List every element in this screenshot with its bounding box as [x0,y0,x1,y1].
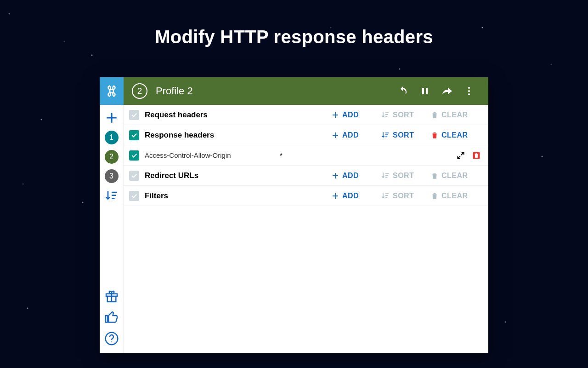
more-button[interactable] [458,80,480,102]
section-title: Filters [145,191,326,201]
filters-add-button[interactable]: ADD [331,192,375,200]
response-headers-toggle[interactable] [129,130,139,140]
header-item-toggle[interactable] [129,150,139,161]
filters-sort-button[interactable]: SORT [381,191,425,201]
section-redirect-urls: Redirect URLs ADD SORT CLEAR [124,166,488,186]
svg-point-2 [468,90,470,92]
response-add-button[interactable]: ADD [331,131,375,139]
redirect-clear-button[interactable]: CLEAR [430,171,481,180]
request-sort-button[interactable]: SORT [381,110,425,120]
add-profile-button[interactable] [104,110,119,125]
undo-button[interactable] [392,80,414,102]
section-title: Redirect URLs [145,171,326,180]
help-button[interactable] [104,331,119,346]
svg-point-1 [468,87,470,89]
sidebar-profile-2[interactable]: 2 [105,150,119,164]
sort-profiles-button[interactable] [104,189,119,203]
hero-title: Modify HTTP response headers [0,27,588,47]
section-title: Request headers [145,110,326,120]
section-filters: Filters ADD SORT CLEAR [124,186,488,206]
header-name-input[interactable]: Access-Control-Allow-Origin [145,151,273,159]
profile-title[interactable]: Profile 2 [156,85,193,97]
toolbar: 2 Profile 2 [100,77,488,105]
delete-item-button[interactable] [472,151,481,160]
content: Request headers ADD SORT CLEAR [124,105,488,353]
section-request-headers: Request headers ADD SORT CLEAR [124,105,488,125]
redirect-sort-button[interactable]: SORT [381,171,425,180]
redirect-add-button[interactable]: ADD [331,172,375,180]
response-header-item: Access-Control-Allow-Origin [124,145,488,166]
sidebar-profile-3[interactable]: 3 [105,169,119,183]
response-sort-button[interactable]: SORT [381,131,425,140]
section-response-headers: Response headers ADD SORT CLEAR [124,125,488,145]
filters-clear-button[interactable]: CLEAR [430,191,481,201]
sidebar: 1 2 3 [100,105,124,353]
request-headers-toggle[interactable] [129,110,139,120]
svg-point-3 [468,93,470,95]
cmd-logo-icon[interactable] [100,77,124,105]
request-clear-button[interactable]: CLEAR [430,110,481,120]
profile-number-badge: 2 [132,83,147,99]
sidebar-profile-1[interactable]: 1 [105,131,119,144]
redirect-urls-toggle[interactable] [129,171,139,181]
like-button[interactable] [104,310,119,325]
svg-rect-0 [110,89,113,93]
share-button[interactable] [436,80,458,102]
svg-point-7 [111,341,112,342]
pause-button[interactable] [414,80,436,102]
section-title: Response headers [145,131,326,140]
header-value-input[interactable] [279,150,451,160]
filters-toggle[interactable] [129,191,139,201]
app-panel: 2 Profile 2 1 2 3 [100,77,488,353]
expand-icon[interactable] [456,151,465,160]
response-clear-button[interactable]: CLEAR [430,131,481,140]
request-add-button[interactable]: ADD [331,111,375,119]
gift-button[interactable] [104,289,119,304]
